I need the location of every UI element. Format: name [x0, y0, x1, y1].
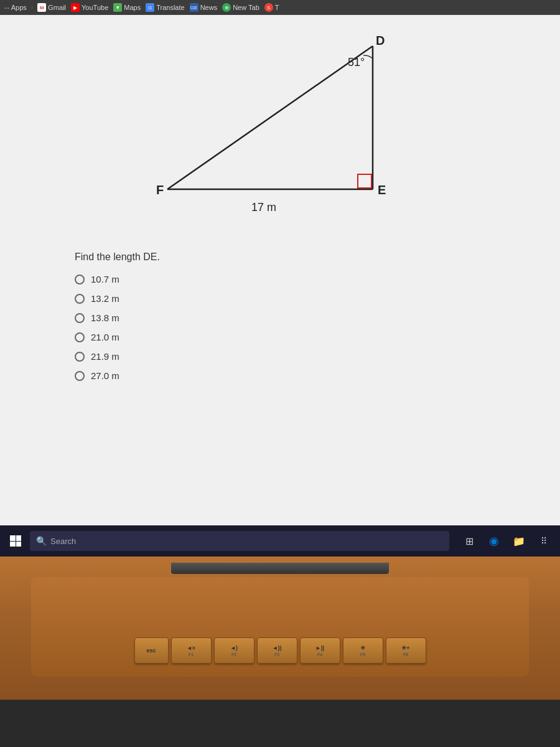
- option-4-label: 21.0 m: [91, 332, 119, 342]
- s-label: T: [275, 4, 279, 11]
- news-item[interactable]: GE News: [190, 3, 218, 12]
- apps-grid-icon: ⠿: [541, 536, 547, 546]
- key-f3[interactable]: ◄)) F3: [257, 637, 297, 664]
- youtube-item[interactable]: ▶ YouTube: [71, 3, 108, 12]
- key-f1[interactable]: ◄× F1: [171, 637, 212, 664]
- option-6[interactable]: 27.0 m: [75, 370, 510, 381]
- laptop-keyboard: esc ◄× F1 ◄) F2 ◄)) F3 ►|| F4 ☀ F5: [31, 577, 529, 677]
- apps-label: Apps: [11, 4, 27, 11]
- key-f4[interactable]: ►|| F4: [300, 637, 340, 664]
- task-view-icon: ⊞: [465, 535, 474, 547]
- radio-3[interactable]: [75, 313, 85, 323]
- news-icon: GE: [190, 3, 198, 12]
- side-label: 17 m: [251, 201, 276, 214]
- function-keys-row: esc ◄× F1 ◄) F2 ◄)) F3 ►|| F4 ☀ F5: [134, 637, 426, 664]
- task-view-button[interactable]: ⊞: [459, 531, 479, 551]
- key-f6[interactable]: ☀+ F6: [386, 637, 426, 664]
- browser-toolbar: ··· Apps | M Gmail ▶ YouTube ▼ Maps G Tr…: [0, 0, 560, 15]
- dots-icon: ···: [4, 2, 9, 12]
- vertex-d-label: D: [376, 34, 385, 47]
- gmail-icon: M: [37, 3, 46, 12]
- s-item[interactable]: S T: [264, 3, 279, 12]
- triangle-svg: F E D 51° 17 m: [149, 27, 410, 227]
- newtab-label: New Tab: [233, 4, 259, 11]
- key-esc[interactable]: esc: [134, 637, 169, 664]
- option-3[interactable]: 13.8 m: [75, 312, 510, 323]
- apps-grid-button[interactable]: ⠿: [534, 531, 554, 551]
- gmail-label: Gmail: [48, 4, 66, 11]
- laptop-hinge: [171, 563, 389, 574]
- translate-item[interactable]: G Translate: [146, 3, 184, 12]
- apps-item[interactable]: ··· Apps: [4, 2, 27, 12]
- youtube-label: YouTube: [82, 4, 108, 11]
- option-6-label: 27.0 m: [91, 370, 119, 381]
- radio-5[interactable]: [75, 352, 85, 362]
- youtube-icon: ▶: [71, 3, 80, 12]
- file-explorer-button[interactable]: 📁: [509, 531, 529, 551]
- taskbar-right: ⊞ ◉ 📁 ⠿: [459, 531, 554, 551]
- search-icon: 🔍: [36, 536, 47, 546]
- option-5-label: 21.9 m: [91, 351, 119, 362]
- vertex-e-label: E: [378, 183, 386, 197]
- maps-icon: ▼: [113, 3, 122, 12]
- newtab-icon: ⊕: [222, 3, 231, 12]
- option-1[interactable]: 10.7 m: [75, 274, 510, 284]
- windows-icon: [10, 535, 21, 547]
- search-bar[interactable]: 🔍 Search: [30, 531, 449, 551]
- windows-start-button[interactable]: [6, 532, 25, 550]
- s-icon: S: [264, 3, 273, 12]
- question-text: Find the length DE.: [75, 251, 510, 263]
- radio-6[interactable]: [75, 371, 85, 381]
- folder-icon: 📁: [513, 535, 525, 547]
- option-4[interactable]: 21.0 m: [75, 332, 510, 342]
- vertex-f-label: F: [156, 183, 164, 197]
- angle-label: 51°: [348, 56, 365, 68]
- newtab-item[interactable]: ⊕ New Tab: [222, 3, 259, 12]
- option-1-label: 10.7 m: [91, 274, 119, 284]
- taskbar: 🔍 Search ⊞ ◉ 📁 ⠿: [0, 525, 560, 557]
- gmail-item[interactable]: M Gmail: [37, 3, 66, 12]
- maps-label: Maps: [124, 4, 141, 11]
- edge-icon: ◉: [489, 534, 499, 548]
- option-3-label: 13.8 m: [91, 312, 119, 323]
- translate-label: Translate: [156, 4, 184, 11]
- radio-4[interactable]: [75, 332, 85, 342]
- key-f2[interactable]: ◄) F2: [214, 637, 254, 664]
- key-f5[interactable]: ☀ F5: [343, 637, 383, 664]
- svg-line-1: [167, 46, 373, 189]
- option-2[interactable]: 13.2 m: [75, 293, 510, 304]
- options-list: 10.7 m 13.2 m 13.8 m 21.0 m 21.9 m 27.0 …: [75, 274, 510, 381]
- option-2-label: 13.2 m: [91, 293, 119, 304]
- svg-rect-3: [358, 174, 371, 188]
- radio-2[interactable]: [75, 294, 85, 304]
- translate-icon: G: [146, 3, 154, 12]
- laptop-screen: F E D 51° 17 m Find the length DE. 10.7 …: [0, 15, 560, 557]
- option-5[interactable]: 21.9 m: [75, 351, 510, 362]
- maps-item[interactable]: ▼ Maps: [113, 3, 141, 12]
- news-label: News: [200, 4, 218, 11]
- laptop-body: esc ◄× F1 ◄) F2 ◄)) F3 ►|| F4 ☀ F5: [0, 557, 560, 700]
- triangle-diagram: F E D 51° 17 m: [75, 27, 510, 239]
- radio-1[interactable]: [75, 275, 85, 284]
- search-placeholder: Search: [50, 537, 76, 546]
- edge-browser-button[interactable]: ◉: [484, 531, 504, 551]
- quiz-content: F E D 51° 17 m Find the length DE. 10.7 …: [0, 15, 560, 525]
